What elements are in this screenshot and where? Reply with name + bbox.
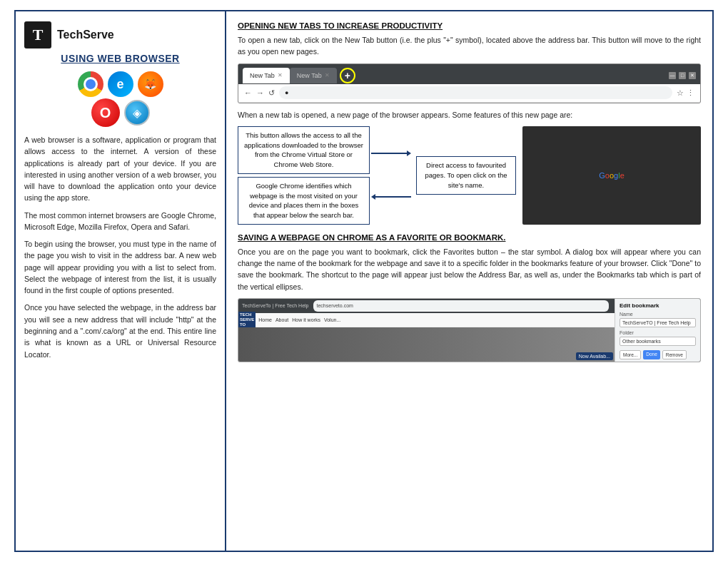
bm-site-topbar: TECHSERVETO Home About How it works Volu… — [238, 313, 615, 327]
bm-folder-label: Folder — [620, 330, 696, 335]
callout1-text: This button allows the access to all the… — [244, 131, 363, 168]
forward-button[interactable]: → — [256, 88, 264, 97]
extensions-icon[interactable]: ⋮ — [687, 88, 694, 98]
arrow-2 — [371, 194, 411, 200]
address-input[interactable]: ● — [279, 86, 672, 99]
page-container: T TechServe USING WEB BROWSER e 🦊 O A we… — [14, 10, 714, 552]
bm-hero-image: Now Availab... — [238, 327, 615, 362]
chrome-icon — [78, 71, 103, 97]
google-logo: G o o g l e — [599, 171, 625, 180]
callout2-text: Google Chrome identifies which webpage i… — [249, 182, 359, 219]
bm-site-logo: TECHSERVETO — [238, 312, 256, 329]
right-panel: OPENING NEW TABS TO INCREASE PRODUCTIVIT… — [226, 11, 712, 551]
section2-text: Once you are on the page you want to boo… — [238, 246, 701, 292]
google-g1: G — [599, 171, 605, 180]
direct-access-box: Direct access to favourited pages. To op… — [416, 156, 516, 194]
arrow-1 — [371, 150, 411, 156]
bm-nav-links: Home About How it works Volun... — [258, 317, 340, 322]
bm-name-value[interactable]: TechServeTO | Free Tech Help — [620, 318, 696, 327]
callout-box-1: This button allows the access to all the… — [238, 126, 370, 174]
features-diagram: This button allows the access to all the… — [238, 126, 701, 225]
window-controls: — □ ✕ — [669, 72, 696, 79]
section1: OPENING NEW TABS TO INCREASE PRODUCTIVIT… — [238, 21, 701, 229]
bm-navbar: TechServeTo | Free Tech Help techserveto… — [238, 299, 615, 313]
bm-dialog: Edit bookmark Name TechServeTO | Free Te… — [615, 299, 700, 362]
bm-dialog-buttons: More... Done Remove — [620, 350, 696, 359]
reload-button[interactable]: ↺ — [268, 88, 275, 98]
left-panel: T TechServe USING WEB BROWSER e 🦊 O A we… — [16, 11, 226, 551]
bm-website-area: TechServeTo | Free Tech Help techserveto… — [238, 299, 615, 362]
bookmark-star-icon[interactable]: ☆ — [677, 88, 684, 98]
arrow-line-1 — [371, 153, 407, 154]
address-bar-icons: ☆ ⋮ — [677, 88, 694, 98]
techserve-logo-box: T — [24, 21, 51, 48]
tab1-label: New Tab — [250, 72, 275, 79]
callout-box-2: Google Chrome identifies which webpage i… — [238, 177, 370, 225]
bookmark-screenshot: TechServeTo | Free Tech Help techserveto… — [238, 298, 701, 362]
bm-dialog-title: Edit bookmark — [620, 302, 696, 309]
bm-now-available-badge: Now Availab... — [576, 352, 613, 360]
address-value: ● — [285, 89, 288, 96]
tab2-label: New Tab — [297, 72, 322, 79]
firefox-icon: 🦊 — [138, 71, 163, 97]
section1-title: OPENING NEW TABS TO INCREASE PRODUCTIVIT… — [238, 21, 701, 30]
browser-icons-group: e 🦊 O — [24, 71, 216, 127]
new-tab-button[interactable]: + — [340, 68, 355, 83]
tab1-close-icon[interactable]: ✕ — [278, 72, 283, 78]
browser-tab-mockup: New Tab ✕ New Tab ✕ + — □ ✕ ← — [238, 63, 701, 103]
inactive-tab[interactable]: New Tab ✕ — [290, 68, 337, 83]
logo-area: T TechServe — [24, 21, 216, 48]
bm-folder-value[interactable]: Other bookmarks — [620, 337, 696, 346]
arrows-col — [370, 126, 413, 225]
section1-text: To open a new tab, click on the New Tab … — [238, 34, 701, 58]
opera-icon: O — [91, 98, 120, 127]
page-title: USING WEB BROWSER — [24, 53, 216, 64]
close-button[interactable]: ✕ — [689, 72, 696, 79]
left-para-4: Once you have selected the webpage, in t… — [24, 302, 216, 359]
section2: SAVING A WEBPAGE ON CHROME AS A FAVORITE… — [238, 233, 701, 362]
callout-boxes-col: This button allows the access to all the… — [238, 126, 370, 225]
features-intro: When a new tab is opened, a new page of … — [238, 109, 701, 121]
minimize-button[interactable]: — — [669, 72, 676, 79]
logo-text: TechServe — [57, 29, 114, 41]
browser-icons-row1: e 🦊 — [78, 71, 163, 97]
bm-tab-label: TechServeTo | Free Tech Help — [242, 303, 309, 308]
safari-icon — [124, 100, 150, 126]
back-button[interactable]: ← — [244, 88, 252, 97]
bm-address-text: techserveto.com — [317, 303, 353, 308]
logo-t-icon: T — [33, 26, 44, 44]
direct-access-text: Direct access to favourited pages. To op… — [425, 161, 507, 189]
bm-nav-about[interactable]: About — [275, 317, 288, 322]
section2-title: SAVING A WEBPAGE ON CHROME AS A FAVORITE… — [238, 233, 701, 242]
browser-icons-row2: O — [91, 98, 150, 127]
left-para-3: To begin using the browser, you must typ… — [24, 238, 216, 296]
bm-address-bar[interactable]: techserveto.com — [313, 300, 609, 312]
bm-more-button[interactable]: More... — [620, 350, 641, 359]
bm-nav-home[interactable]: Home — [258, 317, 272, 322]
left-para-2: The most common internet browsers are Go… — [24, 210, 216, 233]
tab-bar: New Tab ✕ New Tab ✕ + — □ ✕ — [238, 64, 700, 84]
bm-done-button[interactable]: Done — [643, 350, 660, 359]
bm-nav-how[interactable]: How it works — [292, 317, 320, 322]
google-screenshot: G o o g l e — [522, 126, 701, 225]
bm-remove-button[interactable]: Remove — [662, 350, 687, 359]
active-tab[interactable]: New Tab ✕ — [243, 68, 290, 83]
bm-name-label: Name — [620, 312, 696, 317]
edge-icon: e — [108, 71, 133, 97]
address-bar: ← → ↺ ● ☆ ⋮ — [238, 84, 700, 103]
maximize-button[interactable]: □ — [679, 72, 686, 79]
bm-folder-field: Folder Other bookmarks — [620, 330, 696, 346]
google-e: e — [620, 171, 625, 180]
bm-name-field: Name TechServeTO | Free Tech Help — [620, 312, 696, 327]
bm-nav-volun[interactable]: Volun... — [324, 317, 340, 322]
direct-access-col: Direct access to favourited pages. To op… — [413, 126, 520, 225]
tab2-close-icon[interactable]: ✕ — [325, 72, 330, 78]
arrow-line-2 — [375, 196, 411, 198]
left-para-1: A web browser is a software, application… — [24, 134, 216, 204]
arrowhead-1 — [407, 150, 411, 156]
